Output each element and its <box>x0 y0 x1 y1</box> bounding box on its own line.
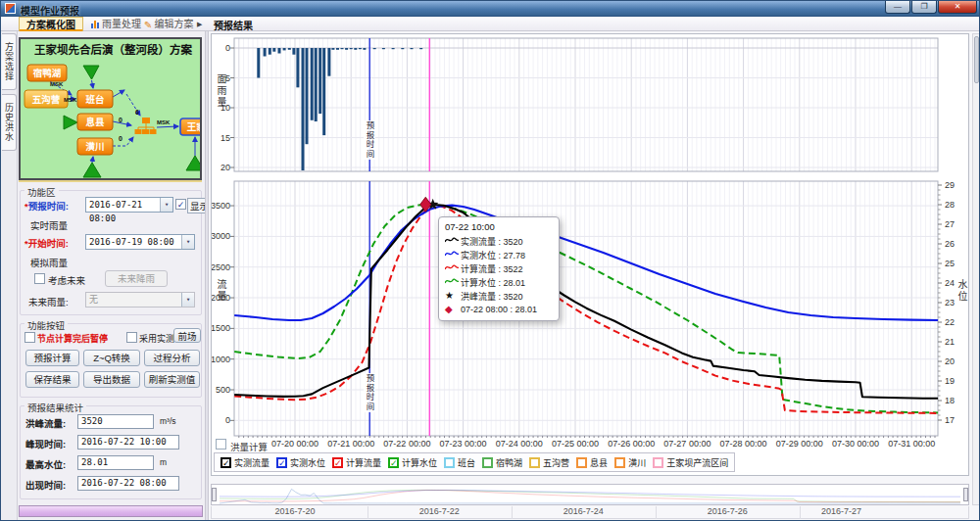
bar-chart-icon <box>91 18 100 32</box>
close-button[interactable]: ✕ <box>938 1 977 14</box>
zq-convert-button[interactable]: Z~Q转换 <box>83 350 140 366</box>
navigator-date-label: 2016-7-27 <box>807 506 875 516</box>
function-area-group: 功能区 *预报时间: 2016-07-21 08:00 显示 实时雨量 *开始时… <box>20 190 202 315</box>
legend-checkbox[interactable] <box>529 457 540 468</box>
flood-volume-label: 洪量计算 <box>230 440 268 453</box>
x-tick-label: 07-21 00:00 <box>319 439 382 449</box>
svg-text:19: 19 <box>945 376 955 386</box>
legend-checkbox[interactable]: ✓ <box>276 457 287 468</box>
svg-text:500: 500 <box>216 385 230 395</box>
legend-item-宿鸭湖[interactable]: 宿鸭湖 <box>482 456 522 469</box>
legend-checkbox[interactable]: ✓ <box>332 457 343 468</box>
pause-after-node-label: 节点计算完后暂停 <box>37 332 108 345</box>
rain-axis-label: 面雨量 <box>214 73 228 109</box>
legend-item-五沟营[interactable]: 五沟营 <box>529 456 569 469</box>
start-time-select[interactable]: 2016-07-19 08:00 <box>85 234 195 250</box>
minimize-button[interactable]: — <box>885 1 910 14</box>
legend-item-潢川[interactable]: 潢川 <box>614 456 646 469</box>
legend-checkbox[interactable] <box>614 457 625 468</box>
forecast-result-caption: 预报结果 <box>214 18 253 32</box>
navigator-separator <box>512 506 513 519</box>
front-field-button[interactable]: 前场 <box>173 328 201 343</box>
flood-volume-checkbox[interactable] <box>216 439 226 450</box>
show-checkbox[interactable] <box>175 199 186 210</box>
navigator-date-label: 2016-7-22 <box>405 506 473 516</box>
tab-rainfall-processing[interactable]: 雨量处理 <box>87 17 145 31</box>
x-tick-label: 07-27 00:00 <box>656 439 718 449</box>
legend-item-计算流量[interactable]: ✓计算流量 <box>332 456 381 469</box>
scheme-title: 王家坝先合后演（整河段）方案 <box>21 41 202 57</box>
process-analysis-button[interactable]: 过程分析 <box>144 350 200 366</box>
legend-item-班台[interactable]: 班台 <box>444 456 475 469</box>
navigator-mini-chart <box>212 485 968 504</box>
svg-text:24: 24 <box>945 278 955 288</box>
svg-text:0: 0 <box>225 415 230 425</box>
side-tab-plan-select[interactable]: 方案选择 <box>2 33 17 90</box>
legend-item-息县[interactable]: 息县 <box>576 456 608 469</box>
navigator-separator <box>656 506 657 519</box>
navigator-date-label: 2016-7-26 <box>693 506 761 516</box>
legend-item-实测水位[interactable]: ✓实测水位 <box>276 456 325 469</box>
x-tick-label: 07-30 00:00 <box>824 439 887 449</box>
svg-text:MSK: MSK <box>50 81 64 87</box>
side-tab-historical-flood[interactable]: 历史洪水 <box>2 94 17 151</box>
svg-text:五沟营: 五沟营 <box>32 94 61 105</box>
time-range-navigator[interactable] <box>211 484 969 505</box>
progress-bar <box>19 505 203 517</box>
legend-checkbox[interactable]: ✓ <box>220 457 231 468</box>
legend-checkbox[interactable] <box>482 457 493 468</box>
max-level-label: 最高水位: <box>25 457 66 471</box>
forecast-chart-svg[interactable]: 0510152005001000150020002500300035001718… <box>212 34 969 438</box>
vertical-scrollbar[interactable] <box>972 33 980 505</box>
peak-time-value[interactable]: 2016-07-22 10:00 <box>77 435 179 450</box>
forecast-compute-button[interactable]: 预报计算 <box>25 350 79 366</box>
legend-item-王家坝产流区间[interactable]: 王家坝产流区间 <box>653 456 728 469</box>
occur-time-value[interactable]: 2016-07-22 08:00 <box>77 476 179 491</box>
future-rain-select[interactable]: 无 <box>85 292 195 308</box>
legend-checkbox[interactable] <box>653 457 663 468</box>
scrollbar-thumb[interactable] <box>974 36 979 83</box>
svg-text:0: 0 <box>119 117 122 123</box>
legend-checkbox[interactable]: ✓ <box>388 457 399 468</box>
x-tick-label: 07-24 00:00 <box>488 439 551 449</box>
tab-scheme-diagram[interactable]: 方案概化图 <box>19 17 83 31</box>
peak-flow-value[interactable]: 3520 <box>77 414 154 429</box>
navigator-left-handle[interactable] <box>212 488 217 501</box>
legend-checkbox[interactable] <box>576 457 587 468</box>
tab-overflow-arrow-icon[interactable]: ▶ <box>193 17 206 31</box>
svg-text:18: 18 <box>945 396 955 405</box>
future-rain-button[interactable]: 未来降雨 <box>105 270 168 287</box>
forecast-time-select[interactable]: 2016-07-21 08:00 <box>85 197 173 213</box>
navigator-labels: 2016-7-202016-7-222016-7-242016-7-262016… <box>211 506 969 519</box>
chart-box: 0510152005001000150020002500300035001718… <box>211 33 969 476</box>
max-level-value[interactable]: 28.01 <box>77 455 154 470</box>
svg-text:28: 28 <box>945 200 955 210</box>
legend-item-实测流量[interactable]: ✓实测流量 <box>220 456 270 469</box>
forecast-stats-group: 预报结果统计 洪峰流量: 3520 m³/s 峰现时间: 2016-07-22 … <box>20 405 202 499</box>
flow-triangle-icon <box>83 66 99 79</box>
svg-text:26: 26 <box>945 239 955 249</box>
svg-text:班台: 班台 <box>85 94 105 105</box>
legend-item-计算水位[interactable]: ✓计算水位 <box>388 456 437 469</box>
pause-after-node-checkbox[interactable] <box>24 332 35 343</box>
flow-triangle-icon <box>83 163 101 177</box>
export-data-button[interactable]: 导出数据 <box>83 371 140 388</box>
scheme-diagram[interactable]: 宿鸭湖五沟营班台息县潢川王家坝MSKMSKMSK600 王家坝先合后演（整河段）… <box>19 37 202 180</box>
consider-future-label: 考虑未来 <box>48 273 85 287</box>
pencil-icon: ✎ <box>144 18 152 32</box>
start-time-label: *开始时间: <box>24 236 69 250</box>
save-result-button[interactable]: 保存结果 <box>25 371 79 388</box>
navigator-right-handle[interactable] <box>963 488 968 501</box>
consider-future-checkbox[interactable] <box>34 273 45 284</box>
use-measured-checkbox[interactable] <box>126 332 137 343</box>
x-tick-label: 07-29 00:00 <box>768 439 831 449</box>
tab-edit-scheme[interactable]: ✎编辑方案 <box>140 17 197 31</box>
svg-text:23: 23 <box>945 298 955 308</box>
refresh-measured-button[interactable]: 刷新实测值 <box>144 371 200 388</box>
series-legend: ✓实测流量✓实测水位✓计算流量✓计算水位班台宿鸭湖五沟营息县潢川王家坝产流区间 <box>214 452 735 472</box>
legend-checkbox[interactable] <box>444 457 455 468</box>
tooltip-row: 计算水位 : 28.01 <box>445 275 553 289</box>
maximize-button[interactable]: ❐ <box>911 1 937 14</box>
forecast-result-panel: 0510152005001000150020002500300035001718… <box>209 31 980 521</box>
svg-text:6: 6 <box>135 109 139 116</box>
